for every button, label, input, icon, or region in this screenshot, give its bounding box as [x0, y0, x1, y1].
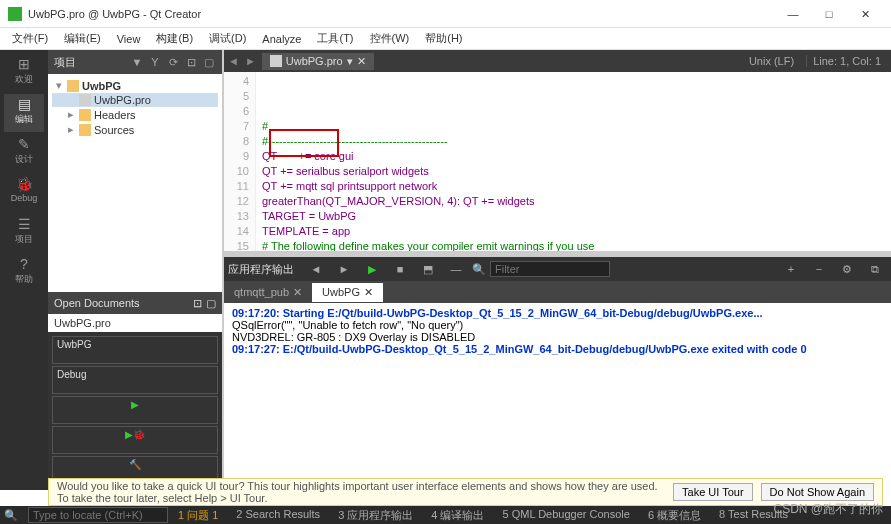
dismiss-tour-button[interactable]: Do Not Show Again: [761, 483, 874, 501]
run-button[interactable]: ▶: [52, 396, 218, 424]
open-docs-title: Open Documents: [54, 297, 189, 309]
split-icon[interactable]: ⊡: [184, 55, 198, 69]
code-editor[interactable]: 456789101112131415161718192021222324 ##-…: [224, 72, 891, 251]
folder-icon: [79, 124, 91, 136]
mode-帮助[interactable]: ?帮助: [4, 254, 44, 292]
project-tree: ▾UwbPG UwbPG.pro ▸Headers ▸Sources: [48, 74, 222, 292]
app-icon: [8, 7, 22, 21]
tree-pro-file[interactable]: UwbPG.pro: [52, 93, 218, 107]
file-icon: [79, 94, 91, 106]
locator-input[interactable]: [28, 507, 168, 523]
next-icon[interactable]: ►: [332, 259, 356, 279]
cursor-pos[interactable]: Line: 1, Col: 1: [806, 55, 887, 67]
locator-pane[interactable]: 3 应用程序输出: [338, 508, 413, 523]
menu-item[interactable]: 控件(W): [362, 29, 418, 48]
settings-icon[interactable]: ⚙: [835, 259, 859, 279]
zoom-in-icon[interactable]: +: [779, 259, 803, 279]
tour-text: Would you like to take a quick UI tour? …: [57, 480, 665, 504]
window-title: UwbPG.pro @ UwbPG - Qt Creator: [28, 8, 775, 20]
mode-欢迎[interactable]: ⊞欢迎: [4, 54, 44, 92]
projects-label[interactable]: 项目: [54, 55, 126, 70]
tree-headers[interactable]: ▸Headers: [52, 107, 218, 122]
popout-icon[interactable]: ⧉: [863, 259, 887, 279]
output-tabs: qtmqtt_pub ✕UwbPG ✕: [224, 281, 891, 303]
menu-item[interactable]: 编辑(E): [56, 29, 109, 48]
menu-item[interactable]: View: [109, 31, 149, 47]
mode-bar: ⊞欢迎▤编辑✎设计🐞Debug☰项目?帮助: [0, 50, 48, 490]
output-toolbar: 应用程序输出 ◄ ► ▶ ■ ⬒ — 🔍 + − ⚙ ⧉: [224, 257, 891, 281]
dropdown-icon[interactable]: ▾: [347, 55, 353, 68]
mode-设计[interactable]: ✎设计: [4, 134, 44, 172]
titlebar: UwbPG.pro @ UwbPG - Qt Creator — □ ✕: [0, 0, 891, 28]
open-doc-item[interactable]: UwbPG.pro: [48, 314, 222, 332]
funnel-icon[interactable]: Y: [148, 55, 162, 69]
menubar: 文件(F)编辑(E)View构建(B)调试(D)Analyze工具(T)控件(W…: [0, 28, 891, 50]
close-tab-icon[interactable]: ✕: [357, 55, 366, 68]
locator-pane[interactable]: 4 编译输出: [431, 508, 484, 523]
stop-icon[interactable]: ■: [388, 259, 412, 279]
output-title: 应用程序输出: [228, 262, 294, 277]
nav-back-icon[interactable]: ◄: [228, 55, 239, 67]
mode-项目[interactable]: ☰项目: [4, 214, 44, 252]
mode-编辑[interactable]: ▤编辑: [4, 94, 44, 132]
menu-item[interactable]: 文件(F): [4, 29, 56, 48]
encoding-label[interactable]: Unix (LF): [743, 55, 800, 67]
ui-tour-bar: Would you like to take a quick UI tour? …: [48, 478, 883, 506]
locator-pane[interactable]: 2 Search Results: [236, 508, 320, 523]
rerun-icon[interactable]: ▶: [360, 259, 384, 279]
filter-icon[interactable]: ▼: [130, 55, 144, 69]
attach-icon[interactable]: ⬒: [416, 259, 440, 279]
open-documents: Open Documents⊡▢ UwbPG.pro: [48, 292, 222, 332]
menu-item[interactable]: 工具(T): [309, 29, 361, 48]
debug-button[interactable]: ▶🐞: [52, 426, 218, 454]
folder-icon: [79, 109, 91, 121]
line-gutter: 456789101112131415161718192021222324: [224, 72, 256, 251]
locator-bar: 🔍 1 问题 12 Search Results3 应用程序输出4 编译输出5 …: [0, 506, 891, 524]
editor-tab[interactable]: UwbPG.pro ▾ ✕: [262, 53, 374, 70]
maximize-button[interactable]: □: [811, 2, 847, 26]
mode-Debug[interactable]: 🐞Debug: [4, 174, 44, 212]
tree-root[interactable]: ▾UwbPG: [52, 78, 218, 93]
filter-input[interactable]: [490, 261, 610, 277]
collapse-icon[interactable]: ▢: [202, 55, 216, 69]
locator-pane[interactable]: 5 QML Debugger Console: [503, 508, 630, 523]
search-icon: 🔍: [4, 509, 18, 522]
menu-item[interactable]: 帮助(H): [417, 29, 470, 48]
clear-icon[interactable]: —: [444, 259, 468, 279]
close-icon[interactable]: ✕: [364, 286, 373, 299]
menu-item[interactable]: 构建(B): [148, 29, 201, 48]
kit-project[interactable]: UwbPG: [52, 336, 218, 364]
output-panel[interactable]: 09:17:20: Starting E:/Qt/build-UwbPG-Des…: [224, 303, 891, 490]
folder-icon: [67, 80, 79, 92]
sync-icon[interactable]: ⟳: [166, 55, 180, 69]
kit-config[interactable]: Debug: [52, 366, 218, 394]
kit-selector: UwbPG Debug ▶ ▶🐞 🔨: [48, 332, 222, 490]
search-icon: 🔍: [472, 263, 486, 276]
prev-icon[interactable]: ◄: [304, 259, 328, 279]
minimize-button[interactable]: —: [775, 2, 811, 26]
projects-header: 项目 ▼ Y ⟳ ⊡ ▢: [48, 50, 222, 74]
editor-tabs: ◄ ► UwbPG.pro ▾ ✕ Unix (LF) Line: 1, Col…: [224, 50, 891, 72]
split-icon[interactable]: ⊡: [193, 297, 202, 310]
zoom-out-icon[interactable]: −: [807, 259, 831, 279]
tree-sources[interactable]: ▸Sources: [52, 122, 218, 137]
locator-pane[interactable]: 1 问题 1: [178, 508, 218, 523]
output-tab[interactable]: qtmqtt_pub ✕: [224, 283, 312, 302]
menu-item[interactable]: Analyze: [254, 31, 309, 47]
locator-pane[interactable]: 8 Test Results: [719, 508, 788, 523]
output-tab[interactable]: UwbPG ✕: [312, 283, 383, 302]
locator-pane[interactable]: 6 概要信息: [648, 508, 701, 523]
nav-fwd-icon[interactable]: ►: [245, 55, 256, 67]
menu-item[interactable]: 调试(D): [201, 29, 254, 48]
close-button[interactable]: ✕: [847, 2, 883, 26]
close-icon[interactable]: ✕: [293, 286, 302, 299]
take-tour-button[interactable]: Take UI Tour: [673, 483, 753, 501]
close-panel-icon[interactable]: ▢: [206, 297, 216, 310]
file-icon: [270, 55, 282, 67]
